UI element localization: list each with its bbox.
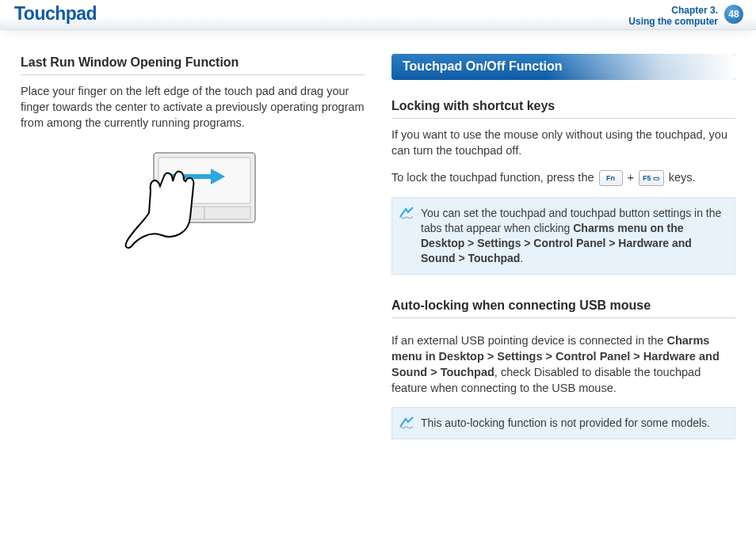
left-column: Last Run Window Opening Function Place y… [21,54,365,439]
sub2-para-pre: If an external USB pointing device is co… [391,334,666,347]
note1-post: . [520,252,523,264]
touchpad-drag-icon [117,146,268,273]
left-paragraph: Place your finger on the left edge of th… [21,83,365,131]
note2-text: This auto-locking function is not provid… [421,416,710,429]
key-f5-label: F5 [643,173,651,183]
sub1-para2: To lock the touchpad function, press the… [391,169,735,186]
note-icon [399,416,414,430]
sub1-heading: Locking with shortcut keys [391,97,735,119]
sub2-heading: Auto-locking when connecting USB mouse [391,297,735,318]
page-header: Touchpad Chapter 3. Using the computer 4… [0,0,756,30]
key-fn-icon: Fn [599,170,623,186]
page-title: Touchpad [14,3,97,25]
page-body: Last Run Window Opening Function Place y… [0,30,756,439]
page-number-badge: 48 [724,5,743,24]
sub2-para: If an external USB pointing device is co… [391,333,735,396]
header-right: Chapter 3. Using the computer 48 [628,3,743,28]
touchpad-glyph-icon: ▭ [653,173,660,183]
chapter-label: Chapter 3. Using the computer [628,3,718,28]
svg-rect-3 [204,207,250,219]
section-bar-onoff: Touchpad On/Off Function [391,54,735,80]
right-column: Touchpad On/Off Function Locking with sh… [391,54,735,439]
key-f5-icon: F5 ▭ [639,170,664,186]
sub1-para2-post: keys. [669,171,696,184]
chapter-line1: Chapter 3. [628,5,718,16]
left-heading: Last Run Window Opening Function [21,54,365,75]
chapter-line2: Using the computer [628,16,718,27]
touchpad-illustration [21,146,365,273]
sub1-para1: If you want to use the mouse only withou… [391,127,735,158]
note-autolock-caveat: This auto-locking function is not provid… [391,407,735,439]
sub1-para2-pre: To lock the touchpad function, press the [391,171,598,184]
note-settings-path: You can set the touchpad and touchpad bu… [391,197,735,275]
section-bar-label: Touchpad On/Off Function [403,59,562,73]
note-icon [399,206,414,220]
key-plus: + [628,171,634,184]
